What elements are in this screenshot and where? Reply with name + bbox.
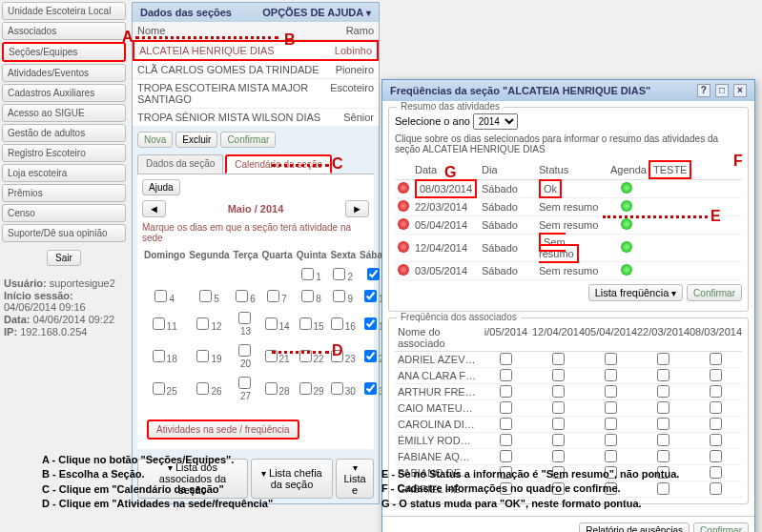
- help-icon[interactable]: ?: [697, 84, 711, 97]
- attendance-checkbox[interactable]: [657, 418, 669, 430]
- attendance-checkbox[interactable]: [500, 369, 512, 381]
- delete-icon[interactable]: [398, 241, 409, 253]
- calendar-day-checkbox[interactable]: [196, 317, 209, 330]
- sidebar-item-acesso[interactable]: Acesso ao SIGUE: [2, 104, 126, 122]
- agenda-icon[interactable]: [621, 218, 632, 230]
- attendance-checkbox[interactable]: [657, 353, 669, 365]
- activity-row[interactable]: 22/03/2014 Sábado Sem resumo: [395, 198, 742, 216]
- attendance-checkbox[interactable]: [657, 385, 669, 398]
- help-link[interactable]: OPÇÕES DE AJUDA ▾: [262, 7, 371, 18]
- attendance-checkbox[interactable]: [500, 385, 512, 398]
- activity-row[interactable]: 03/05/2014 Sábado Sem resumo: [395, 262, 742, 280]
- attendance-checkbox[interactable]: [605, 434, 617, 446]
- attendance-checkbox[interactable]: [500, 353, 512, 365]
- lista-frequencia-button[interactable]: Lista freqüência ▾: [588, 284, 683, 301]
- calendar-day-checkbox[interactable]: [333, 290, 345, 302]
- calendar-day-checkbox[interactable]: [199, 290, 212, 302]
- attendance-checkbox[interactable]: [657, 450, 669, 462]
- delete-icon[interactable]: [398, 182, 409, 194]
- attendance-checkbox[interactable]: [710, 450, 722, 462]
- nova-button[interactable]: Nova: [137, 132, 173, 148]
- calendar-day-checkbox[interactable]: [265, 382, 278, 395]
- confirmar-button[interactable]: Confirmar: [220, 132, 276, 148]
- calendar-day-checkbox[interactable]: [153, 350, 165, 362]
- attendance-checkbox[interactable]: [552, 369, 565, 381]
- excluir-button[interactable]: Excluir: [175, 132, 217, 148]
- section-row[interactable]: TROPA ESCOTEIRA MISTA MAJOR SANTIAGOEsco…: [133, 79, 379, 109]
- section-row[interactable]: TROPA SÊNIOR MISTA WILSON DIASSênior: [133, 109, 379, 127]
- attendance-checkbox[interactable]: [605, 401, 617, 414]
- attendance-checkbox[interactable]: [710, 434, 722, 446]
- attendance-checkbox[interactable]: [500, 401, 512, 414]
- atividades-button[interactable]: Atividades na sede / freqüência: [147, 419, 299, 440]
- section-row[interactable]: CLÃ CARLOS GOMES DA TRINDADEPioneiro: [133, 61, 379, 79]
- ajuda-button[interactable]: Ajuda: [142, 179, 180, 195]
- attendance-checkbox[interactable]: [710, 466, 722, 479]
- attendance-checkbox[interactable]: [657, 434, 669, 446]
- calendar-day-checkbox[interactable]: [238, 312, 251, 324]
- attendance-checkbox[interactable]: [710, 401, 722, 414]
- calendar-day-checkbox[interactable]: [301, 268, 314, 280]
- attendance-checkbox[interactable]: [500, 434, 512, 446]
- calendar-day-checkbox[interactable]: [267, 290, 279, 302]
- attendance-checkbox[interactable]: [605, 418, 617, 430]
- sidebar-item-atividades[interactable]: Atividades/Eventos: [2, 64, 126, 82]
- calendar-day-checkbox[interactable]: [153, 382, 165, 395]
- activity-row[interactable]: 05/04/2014 Sábado Sem resumo: [395, 216, 742, 235]
- attendance-checkbox[interactable]: [500, 450, 512, 462]
- prev-month-button[interactable]: ◄: [142, 200, 166, 217]
- calendar-day-checkbox[interactable]: [238, 344, 251, 357]
- calendar-day-checkbox[interactable]: [301, 290, 314, 302]
- next-month-button[interactable]: ►: [345, 200, 369, 217]
- tab-dados[interactable]: Dados da seção: [137, 154, 223, 174]
- section-row[interactable]: ALCATEIA HENRIQUE DIASLobinho: [133, 40, 379, 61]
- calendar-day-checkbox[interactable]: [331, 382, 343, 395]
- calendar-day-checkbox[interactable]: [265, 317, 278, 330]
- lista-e-button[interactable]: ▾ Lista e: [336, 459, 374, 499]
- sidebar-item-gestao[interactable]: Gestão de adultos: [2, 124, 126, 142]
- attendance-checkbox[interactable]: [657, 401, 669, 414]
- attendance-checkbox[interactable]: [552, 434, 565, 446]
- sair-button[interactable]: Sair: [47, 250, 81, 266]
- calendar-day-checkbox[interactable]: [333, 268, 345, 280]
- sidebar-item-secoes[interactable]: Seções/Equipes: [2, 42, 126, 62]
- agenda-icon[interactable]: [621, 264, 632, 276]
- sidebar-item-suporte[interactable]: Suporte/Dê sua opinião: [2, 224, 126, 242]
- attendance-checkbox[interactable]: [605, 369, 617, 381]
- sidebar-item-loja[interactable]: Loja escoteira: [2, 164, 126, 182]
- calendar-day-checkbox[interactable]: [153, 317, 165, 330]
- sidebar-item-associados[interactable]: Associados: [2, 22, 126, 40]
- activity-row[interactable]: 12/04/2014 Sábado Sem resumo: [395, 235, 742, 262]
- footer-confirmar-button[interactable]: Confirmar: [693, 522, 749, 532]
- calendar-day-checkbox[interactable]: [364, 290, 377, 302]
- agenda-icon[interactable]: [621, 200, 632, 212]
- calendar-day-checkbox[interactable]: [364, 317, 377, 330]
- calendar-day-checkbox[interactable]: [299, 382, 312, 395]
- calendar-day-checkbox[interactable]: [364, 382, 377, 395]
- attendance-checkbox[interactable]: [605, 450, 617, 462]
- calendar-day-checkbox[interactable]: [154, 290, 167, 302]
- attendance-checkbox[interactable]: [710, 385, 722, 398]
- attendance-checkbox[interactable]: [710, 482, 722, 495]
- calendar-day-checkbox[interactable]: [299, 317, 312, 330]
- attendance-checkbox[interactable]: [552, 418, 565, 430]
- calendar-day-checkbox[interactable]: [196, 350, 209, 362]
- calendar-day-checkbox[interactable]: [331, 317, 343, 330]
- calendar-day-checkbox[interactable]: [364, 350, 377, 362]
- activity-row[interactable]: 08/03/2014 Sábado Ok: [395, 180, 742, 198]
- attendance-checkbox[interactable]: [552, 401, 565, 414]
- calendar-day-checkbox[interactable]: [367, 268, 380, 280]
- calendar-day-checkbox[interactable]: [236, 290, 248, 302]
- attendance-checkbox[interactable]: [710, 369, 722, 381]
- attendance-checkbox[interactable]: [500, 418, 512, 430]
- calendar-day-checkbox[interactable]: [196, 382, 209, 395]
- relatorio-button[interactable]: Relatório de ausências: [579, 522, 690, 532]
- attendance-checkbox[interactable]: [552, 450, 565, 462]
- agenda-icon[interactable]: [621, 241, 632, 253]
- attendance-checkbox[interactable]: [605, 353, 617, 365]
- agenda-icon[interactable]: [621, 182, 632, 194]
- attendance-checkbox[interactable]: [710, 418, 722, 430]
- delete-icon[interactable]: [398, 264, 409, 276]
- sidebar-item-cadastros[interactable]: Cadastros Auxiliares: [2, 84, 126, 102]
- delete-icon[interactable]: [398, 218, 409, 230]
